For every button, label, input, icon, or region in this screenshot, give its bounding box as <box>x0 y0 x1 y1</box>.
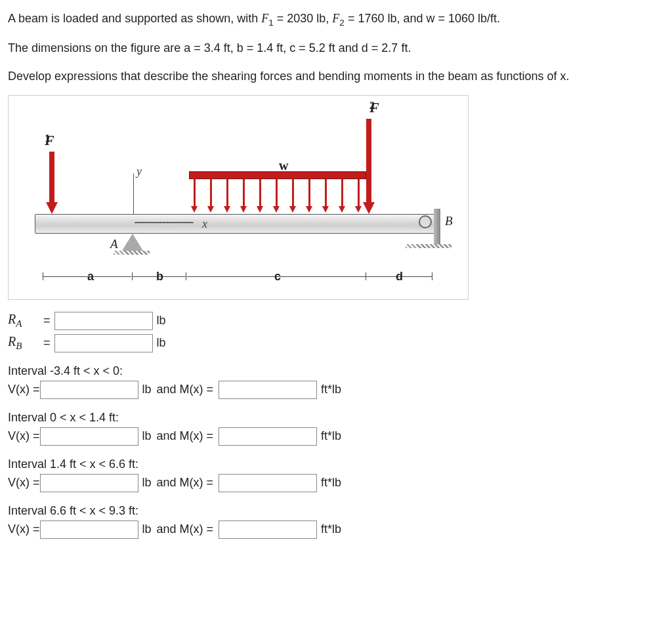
ground-b-icon <box>406 244 452 248</box>
m2-input[interactable] <box>219 427 317 446</box>
beam-icon <box>35 214 436 234</box>
interval-1: Interval -3.4 ft < x < 0: V(x) = lb and … <box>8 364 664 399</box>
interval-3: Interval 1.4 ft < x < 6.6 ft: V(x) = lb … <box>8 457 664 492</box>
v4-input[interactable] <box>40 521 138 539</box>
rb-label: RB <box>8 334 42 352</box>
and-m-label: and M(x) = <box>157 383 214 396</box>
m3-input[interactable] <box>219 474 317 492</box>
wall-b-icon <box>434 209 440 244</box>
text: A beam is loaded and supported as shown,… <box>8 12 261 25</box>
f2-sub: 2 <box>339 18 345 28</box>
m1-unit: ft*lb <box>321 383 341 396</box>
v2-unit: lb <box>142 429 152 443</box>
v4-unit: lb <box>142 522 152 536</box>
m2-unit: ft*lb <box>321 429 341 443</box>
v-label: V(x) = <box>8 522 40 536</box>
interval-2-title: Interval 0 < x < 1.4 ft: <box>8 411 664 425</box>
rb-input[interactable] <box>54 334 153 352</box>
f2-arrow-icon <box>366 119 371 203</box>
axis-y-icon <box>133 173 134 214</box>
v1-unit: lb <box>142 383 152 396</box>
v-label: V(x) = <box>8 476 40 490</box>
ra-unit: lb <box>157 314 166 328</box>
support-a-label: A <box>110 237 118 251</box>
pin-support-icon <box>122 234 143 251</box>
problem-line-1: A beam is loaded and supported as shown,… <box>8 9 664 30</box>
interval-4-title: Interval 6.6 ft < x < 9.3 ft: <box>8 504 664 518</box>
axis-y-label: y <box>136 165 142 179</box>
ra-row: RA = lb <box>8 312 664 330</box>
eq-sign: = <box>43 336 51 350</box>
support-b-label: B <box>445 214 453 228</box>
eq-sign: = <box>43 314 51 328</box>
f1-value: = 2030 lb, <box>277 12 333 25</box>
v-label: V(x) = <box>8 429 40 443</box>
m1-input[interactable] <box>219 381 317 399</box>
v-label: V(x) = <box>8 383 40 396</box>
dim-d-label: d <box>396 270 403 284</box>
v3-unit: lb <box>142 476 152 490</box>
interval-2: Interval 0 < x < 1.4 ft: V(x) = lb and M… <box>8 411 664 446</box>
interval-3-title: Interval 1.4 ft < x < 6.6 ft: <box>8 457 664 471</box>
dim-b-label: b <box>156 270 163 284</box>
rb-unit: lb <box>157 336 166 350</box>
m4-unit: ft*lb <box>321 522 341 536</box>
rb-row: RB = lb <box>8 334 664 352</box>
interval-1-title: Interval -3.4 ft < x < 0: <box>8 364 664 378</box>
and-m-label: and M(x) = <box>157 522 214 536</box>
f2-value: = 1760 lb, and w = 1060 lb/ft. <box>348 12 500 25</box>
ground-a-icon <box>114 251 150 255</box>
dist-bar-icon <box>189 171 366 179</box>
dim-a-label: a <box>87 270 94 284</box>
problem-line-2: The dimensions on the figure are a = 3.4… <box>8 39 664 58</box>
m3-unit: ft*lb <box>321 476 341 490</box>
v1-input[interactable] <box>40 381 138 399</box>
roller-icon <box>419 215 432 228</box>
dim-c-label: c <box>274 270 281 284</box>
reactions-block: RA = lb RB = lb <box>8 312 664 352</box>
ra-label: RA <box>8 312 42 330</box>
ra-input[interactable] <box>54 312 153 330</box>
axis-x-icon <box>135 222 194 223</box>
f1-arrow-icon <box>49 152 54 203</box>
f1-sub: 1 <box>268 18 274 28</box>
beam-figure: F2 F1 w y x A B a b <box>8 95 469 300</box>
interval-4: Interval 6.6 ft < x < 9.3 ft: V(x) = lb … <box>8 504 664 539</box>
m4-input[interactable] <box>219 521 317 539</box>
problem-line-3: Develop expressions that describe the sh… <box>8 67 664 86</box>
f1-symbol: F <box>261 12 268 25</box>
axis-x-label: x <box>202 217 207 231</box>
v3-input[interactable] <box>40 474 138 492</box>
f1-arrowhead-icon <box>46 202 58 214</box>
and-m-label: and M(x) = <box>157 429 214 443</box>
v2-input[interactable] <box>40 427 138 446</box>
f2-symbol: F <box>332 12 339 25</box>
and-m-label: and M(x) = <box>157 476 214 490</box>
